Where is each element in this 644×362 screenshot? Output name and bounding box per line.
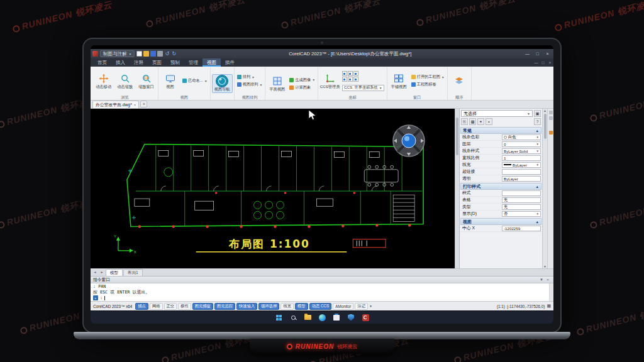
tab-manage[interactable]: 管理 (184, 58, 203, 67)
doc-minimize-button[interactable]: — (533, 58, 540, 67)
settings-icon[interactable]: ✦ (477, 118, 484, 125)
tab-insert[interactable]: 插入 (111, 58, 130, 67)
copy-properties-icon[interactable]: ⎘ (461, 118, 468, 125)
printstyle-value[interactable] (502, 190, 541, 196)
grid-settings-icon[interactable]: ▦ (547, 304, 551, 309)
tab-constraints[interactable]: 预制 (166, 58, 184, 67)
redo-icon[interactable]: ↻ (171, 51, 177, 57)
toggle-esnap[interactable]: 图元捕捉 (192, 303, 213, 310)
toggle-grid[interactable]: 网格 (150, 303, 163, 310)
toggle-quick-input[interactable]: 快速输入 (236, 303, 257, 310)
toggle-etrack[interactable]: 图元追踪 (214, 303, 235, 310)
layer-value[interactable]: 0▼ (502, 141, 541, 147)
tab-annotate[interactable]: 注释 (130, 58, 148, 67)
display-order-button[interactable] (449, 75, 470, 87)
command-prompt[interactable]: ▸ : (93, 295, 547, 300)
toggle-cycle-select[interactable]: 循环选择 (258, 303, 279, 310)
coord-tool-icon[interactable] (348, 77, 353, 82)
file-explorer-icon[interactable] (303, 313, 312, 322)
help-icon[interactable]: ? (534, 118, 541, 125)
doc-restore-button[interactable]: □ (540, 58, 547, 67)
drawing-tabs-button[interactable]: 工程图标签 (411, 82, 445, 87)
chevron-down-icon[interactable]: ▼ (369, 304, 372, 308)
close-button[interactable]: × (543, 52, 552, 56)
section-general[interactable]: 常规▲ (460, 127, 541, 134)
center-x-value[interactable]: -1202259 (502, 226, 541, 231)
printtable-value[interactable]: 无 (502, 197, 541, 203)
dynamic-zoom-button[interactable]: 动态缩放 (114, 72, 135, 90)
defender-shield-icon[interactable] (347, 313, 355, 322)
tab-model[interactable]: 模型 (106, 269, 123, 276)
ccs-manager-button[interactable]: CCS管理员 (319, 72, 340, 90)
coord-tool-icon[interactable] (348, 71, 353, 76)
palette-scrollbar[interactable]: ▲▼ (542, 109, 547, 268)
navigation-wheel[interactable] (392, 124, 426, 158)
linestyle-value[interactable]: ByLayer Solid▼ (502, 148, 541, 154)
tab-close-icon[interactable]: × (134, 103, 136, 107)
close-icon[interactable]: × (545, 278, 551, 282)
toggle-polar[interactable]: 极性 (178, 303, 191, 310)
selection-filter-dropdown[interactable]: 无选择▼ (461, 110, 533, 117)
arrange-button[interactable]: 排列▼ (237, 74, 263, 80)
plan-view-button[interactable]: 平面视图 (267, 75, 287, 92)
command-scrollbar[interactable] (549, 283, 553, 301)
dock-icon[interactable] (549, 111, 553, 114)
doc-close-button[interactable]: × (547, 58, 553, 67)
linecolor-value[interactable]: 白色▼ (502, 134, 541, 140)
dock-icon[interactable] (549, 116, 553, 120)
views-button[interactable]: 视图 (160, 72, 180, 90)
toggle-snap[interactable]: 捕点 (135, 303, 148, 310)
toggle-lineweight[interactable]: 线宽 (280, 303, 294, 310)
toggle-annotation[interactable]: 注记 (355, 303, 368, 310)
tab-home[interactable]: 首页 (93, 58, 111, 67)
coord-tool-icon[interactable] (353, 71, 358, 76)
drawing-canvas[interactable]: 布局图 1:100 Y X (91, 109, 455, 268)
section-print-style[interactable]: 打印样式▲ (460, 183, 541, 190)
coord-tool-icon[interactable] (353, 77, 358, 82)
compute-image-button[interactable]: 计算图象 (289, 85, 315, 90)
view-arrange-button[interactable]: 视图排列▼ (237, 82, 263, 87)
lineweight-value[interactable]: ByLayer▼ (502, 162, 541, 168)
hyperlink-value[interactable] (502, 169, 541, 175)
edge-browser-icon[interactable] (318, 313, 326, 322)
printdisplay-value[interactable]: 否▼ (502, 211, 541, 217)
render-image-button[interactable]: 生成图像▼ (289, 77, 315, 83)
dock-icon-active[interactable] (549, 131, 553, 134)
workspace-select[interactable]: 制图与注解▼ (100, 50, 135, 57)
command-window-header[interactable]: 指令窗口 ▼ × (91, 277, 553, 283)
new-document-icon[interactable] (136, 51, 142, 57)
section-view[interactable]: 视图▲ (460, 218, 541, 225)
tab-scroll-right-icon[interactable]: ▸ (99, 269, 105, 276)
tab-plugins[interactable]: 插件 (221, 58, 239, 67)
canvas-scrollbar[interactable] (455, 109, 459, 268)
tile-views-button[interactable]: 平铺视图 (389, 72, 409, 90)
store-icon[interactable] (332, 313, 341, 322)
corelcad-app-icon[interactable] (361, 313, 370, 322)
save-icon[interactable] (150, 51, 156, 57)
open-icon[interactable] (143, 51, 149, 57)
scrollbar-thumb[interactable] (544, 114, 547, 139)
minimize-button[interactable]: — (523, 52, 531, 56)
tab-view[interactable]: 视图 (203, 58, 221, 67)
tab-scroll-left-icon[interactable]: ◂ (92, 269, 98, 276)
zoom-window-button[interactable]: 缩放窗口 (136, 72, 157, 90)
tab-sheet[interactable]: 页面 (148, 58, 166, 67)
quick-select-icon[interactable]: ▣ (534, 110, 541, 117)
view-navigation-button[interactable]: 视图导航 (212, 74, 233, 93)
toggle-dynamic-ccs[interactable]: 动态 CCS (309, 303, 332, 310)
transparency-value[interactable]: ByLayer (502, 176, 541, 182)
printtype-value[interactable]: 无 (502, 204, 541, 210)
undo-icon[interactable]: ↺ (164, 51, 170, 57)
named-views-button[interactable]: 已命名...▼ (182, 78, 208, 84)
toggle-amonitor[interactable]: AMonitor (333, 303, 353, 310)
tab-layout1[interactable]: 布局1 (123, 269, 143, 276)
print-icon[interactable] (157, 51, 163, 57)
toggle-ortho[interactable]: 正交 (164, 303, 177, 310)
dynamic-pan-button[interactable]: 动态移动 (93, 72, 114, 90)
command-history[interactable]: : PAN 按 ESC 或 ENTER 以退出。 ▸ : (91, 283, 553, 301)
scroll-up-icon[interactable]: ▲ (543, 109, 547, 112)
coord-tool-icon[interactable] (342, 71, 347, 76)
open-drawings-button[interactable]: 打开的工程图▼ (411, 74, 445, 80)
chevron-down-icon[interactable]: ▼ (538, 278, 545, 282)
pin-icon[interactable]: • (486, 118, 492, 125)
